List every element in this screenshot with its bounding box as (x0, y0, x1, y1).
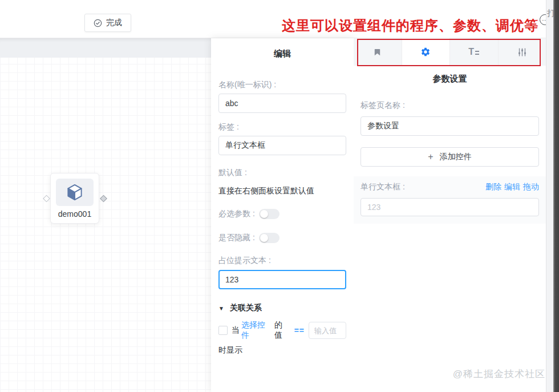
text-field-icon: T (468, 48, 479, 56)
settings-panel-title: 参数设置 (354, 74, 546, 84)
done-label: 完成 (106, 18, 122, 28)
hidden-toggle[interactable] (259, 233, 280, 243)
flow-node-demo001[interactable]: demo001 (50, 173, 99, 224)
relation-title: 关联关系 (230, 303, 262, 313)
flow-canvas[interactable]: demo001 (0, 38, 211, 392)
tab-settings[interactable] (402, 38, 450, 66)
control-card: 单行文本框 : 删除 编辑 拖动 (354, 176, 546, 224)
edit-panel: 编辑 名称(唯一标识) : 标签 : 默认值 : 直接在右侧面板设置默认值 必选… (211, 38, 354, 392)
control-label: 单行文本框 : (360, 182, 405, 192)
relation-when-text: 当 (232, 325, 240, 336)
default-value-label: 默认值 : (218, 168, 346, 178)
edit-panel-title: 编辑 (211, 38, 354, 59)
relation-operator: == (294, 326, 305, 335)
default-value-hint: 直接在右侧面板设置默认值 (218, 186, 346, 196)
drag-link[interactable]: 拖动 (523, 182, 539, 192)
caret-down-icon: ▼ (218, 305, 224, 312)
settings-panel: T 参数设置 标签页名称 : (354, 38, 546, 392)
tab-tune[interactable] (498, 38, 546, 66)
select-control-link[interactable]: 选择控件 (241, 320, 273, 341)
tab-name-label: 标签页名称 : (360, 100, 539, 111)
relation-show-text: 时显示 (218, 345, 346, 355)
topbar: 完成 这里可以设置组件的程序、参数、调优等 ··· (0, 0, 553, 38)
watermark: @稀土掘金技术社区 (453, 367, 545, 381)
relation-checkbox[interactable] (218, 326, 228, 335)
required-label: 必选参数 : (218, 209, 255, 219)
gear-icon (420, 47, 431, 57)
annotation-label: 这里可以设置组件的程序、参数、调优等 (282, 17, 538, 35)
add-control-label: 添加控件 (440, 152, 472, 162)
cube-icon (65, 183, 84, 202)
done-button[interactable]: 完成 (84, 14, 131, 32)
node-port-left[interactable] (43, 195, 50, 202)
tune-icon (517, 47, 527, 57)
placeholder-input[interactable] (218, 270, 346, 289)
delete-link[interactable]: 删除 (485, 182, 501, 192)
node-icon-box (56, 179, 94, 206)
app-window: 完成 这里可以设置组件的程序、参数、调优等 ··· (0, 0, 559, 392)
clipped-background-glyph: 打 (547, 8, 553, 19)
plus-icon: + (428, 152, 433, 162)
settings-tab-bar: T (354, 38, 546, 66)
check-circle-icon (94, 19, 102, 27)
relation-value-input[interactable] (309, 322, 346, 339)
bookmark-icon (373, 48, 382, 56)
relation-value-text: 的值 (274, 320, 290, 341)
name-label: 名称(唯一标识) : (218, 80, 346, 90)
tab-bookmark[interactable] (354, 38, 402, 66)
tab-name-input[interactable] (360, 116, 539, 136)
name-input[interactable] (218, 94, 346, 113)
add-control-button[interactable]: + 添加控件 (360, 147, 539, 167)
placeholder-label: 占位提示文本 : (218, 256, 346, 266)
hidden-label: 是否隐藏 : (218, 233, 255, 243)
control-preview-input[interactable] (360, 198, 539, 216)
tag-label: 标签 : (218, 122, 346, 132)
node-label: demo001 (58, 209, 91, 219)
scrollbar-track[interactable]: 打 (546, 0, 553, 392)
edit-link[interactable]: 编辑 (504, 182, 520, 192)
node-port-right[interactable] (100, 195, 107, 202)
required-toggle[interactable] (259, 209, 280, 219)
window-edge-strip (553, 0, 559, 392)
canvas-toolbar (0, 38, 211, 58)
tag-input[interactable] (218, 136, 346, 155)
annotation-text: 这里可以设置组件的程序、参数、调优等 ··· (282, 17, 550, 35)
relation-section-header[interactable]: ▼ 关联关系 (218, 303, 346, 313)
tab-text-field[interactable]: T (449, 38, 498, 66)
